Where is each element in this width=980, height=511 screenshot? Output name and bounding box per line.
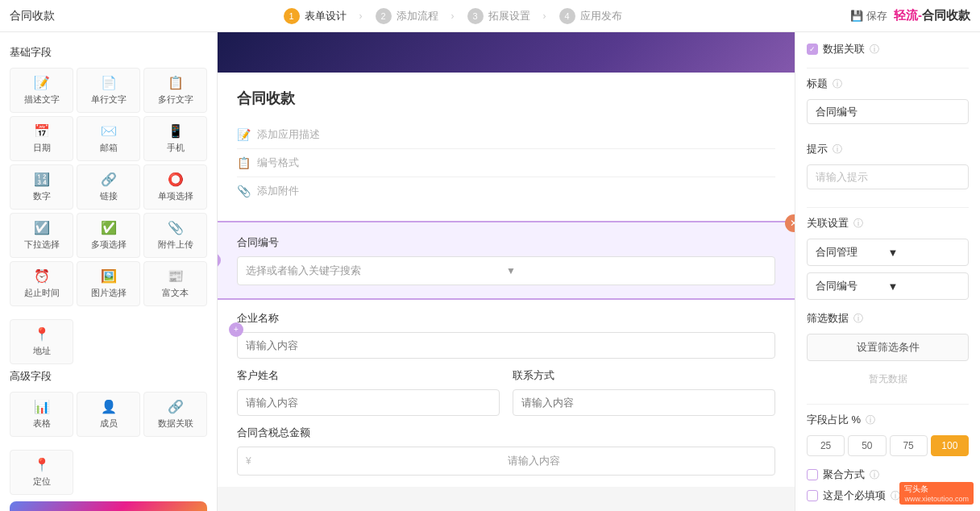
company-field-input[interactable] (237, 332, 775, 359)
title-label-row: 标题 ⓘ (807, 77, 969, 91)
number-label: 数字 (33, 190, 51, 202)
field-data-association[interactable]: 🔗 数据关联 (143, 392, 207, 437)
field-location[interactable]: 📍 定位 (10, 450, 73, 495)
assoc-hint: ⓘ (853, 217, 863, 231)
customer-name-input[interactable] (237, 389, 500, 416)
delete-association-button[interactable]: ✕ (785, 214, 795, 232)
assoc-settings-section: 关联设置 ⓘ 合同管理 ▼ 合同编号 ▼ (807, 216, 969, 300)
phone-label: 手机 (167, 142, 185, 154)
link-label: 链接 (100, 190, 118, 202)
association-placeholder: 选择或者输入关键字搜索 (246, 264, 506, 278)
brand-title: 轻流-合同收款 (894, 8, 970, 23)
field-multi-line[interactable]: 📋 多行文字 (143, 68, 207, 113)
assoc-select-2[interactable]: 合同编号 ▼ (807, 272, 969, 300)
single-line-label: 单行文字 (91, 93, 127, 106)
percent-label-row: 字段占比 % ⓘ (807, 413, 969, 427)
location-label: 定位 (33, 476, 51, 488)
step-1[interactable]: 1 表单设计 (271, 8, 359, 24)
single-line-icon: 📄 (101, 75, 117, 90)
divider-3 (807, 404, 969, 405)
step-3[interactable]: 3 拓展设置 (455, 8, 543, 24)
customer-name-field: 客户姓名 (237, 368, 500, 416)
field-radio[interactable]: ⭕ 单项选择 (143, 164, 207, 210)
step-2[interactable]: 2 添加流程 (363, 8, 451, 24)
field-time-range[interactable]: ⏰ 起止时间 (10, 261, 73, 306)
form-meta-description[interactable]: 📝 添加应用描述 (237, 121, 775, 149)
field-phone[interactable]: 📱 手机 (143, 116, 207, 161)
save-button[interactable]: 💾 保存 (850, 9, 887, 23)
contract-amount-field: 合同含税总金额 ¥ 请输入内容 (237, 426, 775, 487)
title-section: 标题 ⓘ (807, 77, 969, 131)
field-describe-text[interactable]: 📝 描述文字 (10, 68, 73, 113)
filter-label: 筛选数据 (807, 311, 849, 326)
attachment-icon: 📎 (168, 220, 184, 235)
basic-field-grid: 📝 描述文字 📄 单行文字 📋 多行文字 📅 日期 ✉️ 邮箱 📱 手机 (10, 68, 207, 306)
association-arrow-icon: ▼ (506, 265, 766, 276)
assoc-select-1-arrow: ▼ (888, 247, 961, 259)
no-data-label: 暂无数据 (807, 366, 969, 393)
email-icon: ✉️ (101, 123, 117, 139)
hint-field-label: 提示 (807, 142, 828, 156)
percent-hint: ⓘ (866, 413, 875, 427)
field-rich-text[interactable]: 📰 富文本 (143, 261, 207, 306)
advanced-section-title: 高级字段 (10, 369, 207, 384)
contact-input[interactable] (513, 389, 775, 416)
contact-field: 联系方式 (513, 368, 775, 416)
field-link[interactable]: 🔗 链接 (77, 164, 140, 210)
brand-name: 合同收款 (922, 8, 970, 22)
field-attachment[interactable]: 📎 附件上传 (143, 213, 207, 258)
hint-label-row: 提示 ⓘ (807, 142, 969, 156)
aggregate-checkbox[interactable] (807, 469, 818, 480)
field-member[interactable]: 👤 成员 (77, 392, 140, 437)
filter-conditions-button[interactable]: 设置筛选条件 (807, 334, 969, 361)
description-meta-label: 添加应用描述 (257, 127, 320, 142)
describe-text-icon: 📝 (34, 75, 50, 90)
field-image-select[interactable]: 🖼️ 图片选择 (77, 261, 140, 306)
field-dropdown[interactable]: ☑️ 下拉选择 (10, 213, 73, 258)
topbar-right: 💾 保存 轻流-合同收款 (850, 8, 970, 23)
field-table[interactable]: 📊 表格 (10, 392, 73, 437)
hint-input[interactable] (807, 164, 969, 189)
field-date[interactable]: 📅 日期 (10, 116, 73, 161)
data-link-section: 数据关联 ⓘ (807, 42, 969, 56)
time-range-label: 起止时间 (24, 287, 60, 299)
percent-25-button[interactable]: 25 (807, 435, 845, 456)
step-1-num: 1 (284, 8, 300, 24)
association-field-select[interactable]: 选择或者输入关键字搜索 ▼ (237, 256, 775, 285)
field-multi-select[interactable]: ✅ 多项选择 (77, 213, 140, 258)
aggregate-row: 聚合方式 ⓘ (807, 467, 969, 482)
percent-75-button[interactable]: 75 (890, 435, 928, 456)
field-address[interactable]: 📍 地址 (10, 319, 73, 364)
member-label: 成员 (100, 418, 118, 430)
form-appearance-button[interactable]: 🎨 设置表单外观 (10, 501, 207, 511)
field-number[interactable]: 🔢 数字 (10, 164, 73, 210)
percent-buttons: 25 50 75 100 (807, 435, 969, 456)
step-4[interactable]: 4 应用发布 (546, 8, 635, 24)
title-input[interactable] (807, 99, 969, 124)
company-side-button[interactable]: + (229, 322, 243, 337)
table-label: 表格 (33, 418, 51, 430)
percent-100-button[interactable]: 100 (931, 435, 969, 456)
assoc-select-2-arrow: ▼ (888, 280, 961, 293)
filter-section: 筛选数据 ⓘ 设置筛选条件 暂无数据 (807, 311, 969, 393)
multi-line-icon: 📋 (168, 75, 184, 90)
left-sidebar: 基础字段 📝 描述文字 📄 单行文字 📋 多行文字 📅 日期 ✉️ 邮箱 (0, 32, 218, 511)
assoc-select-1[interactable]: 合同管理 ▼ (807, 239, 969, 266)
assoc-select-2-value: 合同编号 (816, 279, 888, 293)
form-meta-attachment[interactable]: 📎 添加附件 (237, 177, 775, 205)
title-field-label: 标题 (807, 77, 828, 91)
watermark: 写头条 www.xietoutioo.com (899, 482, 974, 505)
topbar: 合同收款 1 表单设计 › 2 添加流程 › 3 拓展设置 › 4 应用发布 💾… (0, 0, 980, 32)
required-checkbox[interactable] (807, 490, 818, 501)
rich-text-icon: 📰 (168, 268, 184, 284)
step-3-num: 3 (467, 8, 484, 24)
step-3-label: 拓展设置 (488, 9, 530, 23)
field-email[interactable]: ✉️ 邮箱 (77, 116, 140, 161)
customer-name-label: 客户姓名 (237, 368, 500, 383)
form-meta-number-format[interactable]: 📋 编号格式 (237, 149, 775, 177)
association-side-button[interactable]: + (218, 253, 221, 268)
percent-50-button[interactable]: 50 (848, 435, 886, 456)
contract-amount-input-wrapper[interactable]: ¥ 请输入内容 (237, 447, 775, 476)
data-link-checkbox[interactable] (807, 44, 818, 55)
field-single-line[interactable]: 📄 单行文字 (77, 68, 140, 113)
